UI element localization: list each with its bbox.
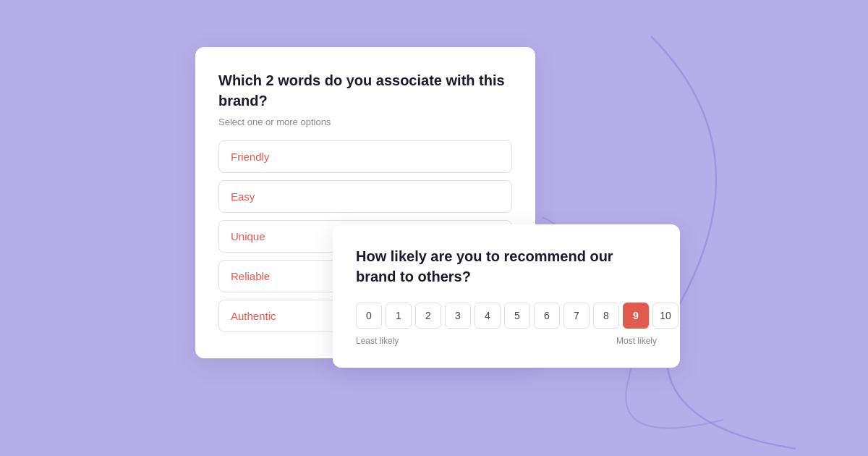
nps-10[interactable]: 10 [652,303,678,329]
word-question-subtitle: Select one or more options [218,117,512,127]
word-question-title: Which 2 words do you associate with this… [218,70,512,111]
option-friendly[interactable]: Friendly [218,140,512,173]
nps-label-low: Least likely [356,336,399,346]
nps-6[interactable]: 6 [534,303,560,329]
option-easy[interactable]: Easy [218,180,512,213]
nps-7[interactable]: 7 [563,303,590,329]
nps-labels: Least likely Most likely [356,336,657,346]
nps-card: How likely are you to recommend our bran… [333,224,680,368]
nps-8[interactable]: 8 [593,303,619,329]
nps-4[interactable]: 4 [475,303,501,329]
nps-scale: 0 1 2 3 4 5 6 7 8 9 10 [356,303,657,329]
nps-3[interactable]: 3 [445,303,471,329]
nps-question-title: How likely are you to recommend our bran… [356,246,657,287]
nps-1[interactable]: 1 [386,303,412,329]
nps-5[interactable]: 5 [504,303,530,329]
nps-0[interactable]: 0 [356,303,382,329]
nps-2[interactable]: 2 [415,303,441,329]
nps-9[interactable]: 9 [623,303,649,329]
nps-label-high: Most likely [616,336,657,346]
